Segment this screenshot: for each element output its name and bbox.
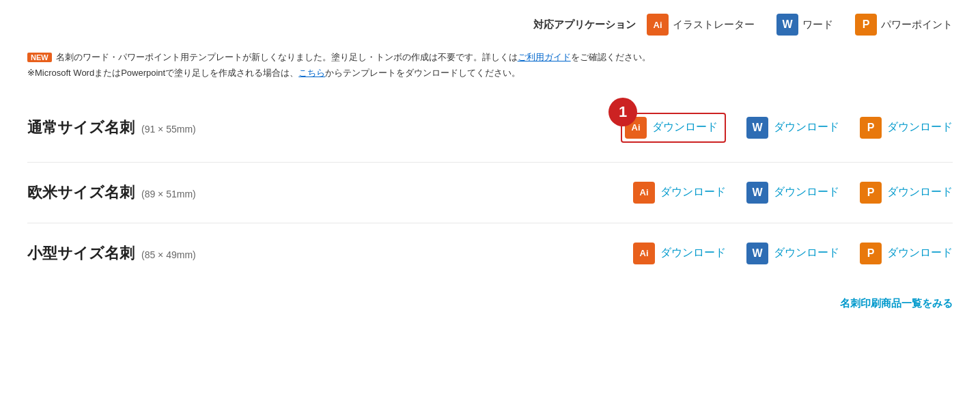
word-icon: W [776, 14, 798, 36]
product-row-2: 欧米サイズ名刺 (89 × 51mm) Ai ダウンロード W ダウンロード P… [27, 163, 953, 223]
step-circle-1: 1 [608, 98, 637, 126]
ppt-icon-row3: P [860, 243, 882, 264]
product-name-1: 通常サイズ名刺 [27, 118, 135, 138]
product-downloads-2: Ai ダウンロード W ダウンロード P ダウンロード [300, 182, 953, 204]
illustrator-badge: Ai イラストレーター [647, 14, 755, 36]
ppt-download-link-2[interactable]: ダウンロード [887, 185, 953, 199]
ai-group-3: Ai ダウンロード [633, 243, 726, 264]
ppt-group-3: P ダウンロード [860, 243, 953, 264]
word-icon-row2: W [746, 182, 768, 204]
word-group-2: W ダウンロード [746, 182, 839, 204]
word-icon-row1: W [746, 117, 768, 139]
word-label: ワード [802, 18, 833, 31]
word-icon-row3: W [746, 243, 768, 264]
product-list-link[interactable]: 名刺印刷商品一覧をみる [840, 297, 953, 310]
ai-download-link-1[interactable]: ダウンロード [652, 120, 718, 135]
word-download-link-1[interactable]: ダウンロード [774, 120, 839, 135]
product-name-3: 小型サイズ名刺 [27, 243, 135, 264]
product-size-3: (85 × 49mm) [141, 249, 196, 260]
illustrator-label: イラストレーター [673, 18, 755, 31]
product-title-3: 小型サイズ名刺 (85 × 49mm) [27, 243, 300, 264]
product-title-1: 通常サイズ名刺 (91 × 55mm) [27, 118, 300, 138]
ppt-download-link-1[interactable]: ダウンロード [887, 120, 953, 135]
word-download-link-2[interactable]: ダウンロード [774, 185, 839, 199]
bottom-link-row: 名刺印刷商品一覧をみる [27, 297, 953, 317]
word-badge: W ワード [776, 14, 833, 36]
ai-icon: Ai [647, 14, 669, 36]
powerpoint-icon: P [855, 14, 877, 36]
word-group-1: W ダウンロード [746, 117, 839, 139]
powerpoint-label: パワーポイント [881, 18, 953, 31]
header-row: 対応アプリケーション Ai イラストレーター W ワード P パワーポイント [27, 14, 953, 36]
ai-download-link-2[interactable]: ダウンロード [660, 185, 726, 199]
ai-group-2: Ai ダウンロード [633, 182, 726, 204]
ppt-download-link-3[interactable]: ダウンロード [887, 246, 953, 260]
product-title-2: 欧米サイズ名刺 (89 × 51mm) [27, 182, 300, 203]
product-size-2: (89 × 51mm) [141, 189, 196, 199]
highlight-wrapper-1: 1 Ai ダウンロード [621, 113, 726, 143]
product-section: 通常サイズ名刺 (91 × 55mm) 1 Ai ダウンロード W ダウンロード… [27, 94, 953, 284]
notice-line2: ※Microsoft WordまたはPowerpointで塗り足しを作成される場… [27, 65, 953, 81]
product-downloads-3: Ai ダウンロード W ダウンロード P ダウンロード [300, 243, 953, 264]
word-group-3: W ダウンロード [746, 243, 839, 264]
ppt-group-2: P ダウンロード [860, 182, 953, 204]
app-label: 対応アプリケーション [533, 18, 636, 31]
notice-line1: NEW名刺のワード・パワーポイント用テンプレートが新しくなりました。塗り足し・ト… [27, 49, 953, 65]
kochira-link[interactable]: こちら [298, 68, 325, 78]
word-download-link-3[interactable]: ダウンロード [774, 246, 839, 260]
product-row-1: 通常サイズ名刺 (91 × 55mm) 1 Ai ダウンロード W ダウンロード… [27, 94, 953, 163]
ai-download-link-3[interactable]: ダウンロード [660, 246, 726, 260]
ppt-group-1: P ダウンロード [860, 117, 953, 139]
product-downloads-1: 1 Ai ダウンロード W ダウンロード P ダウンロード [300, 113, 953, 143]
ppt-icon-row2: P [860, 182, 882, 204]
ai-icon-row3: Ai [633, 243, 655, 264]
product-size-1: (91 × 55mm) [141, 124, 196, 135]
guide-link[interactable]: ご利用ガイド [518, 52, 571, 62]
product-row-3: 小型サイズ名刺 (85 × 49mm) Ai ダウンロード W ダウンロード P… [27, 223, 953, 284]
ppt-icon-row1: P [860, 117, 882, 139]
notice-area: NEW名刺のワード・パワーポイント用テンプレートが新しくなりました。塗り足し・ト… [27, 49, 953, 81]
powerpoint-badge: P パワーポイント [855, 14, 953, 36]
product-name-2: 欧米サイズ名刺 [27, 182, 135, 203]
ai-icon-row2: Ai [633, 182, 655, 204]
highlight-box-1: Ai ダウンロード [621, 113, 726, 143]
new-badge: NEW [27, 53, 52, 62]
